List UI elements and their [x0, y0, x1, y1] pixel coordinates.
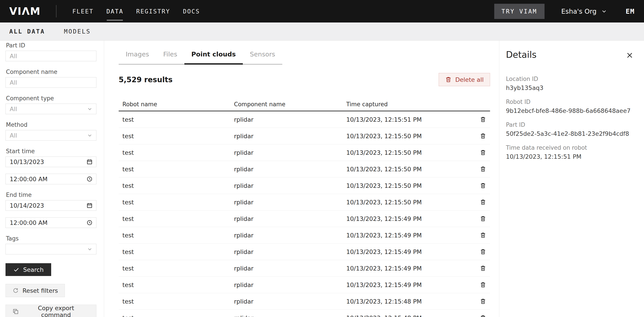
- tab-point-clouds[interactable]: Point clouds: [184, 50, 243, 65]
- table-row[interactable]: test rplidar 10/13/2023, 12:15:48 PM: [119, 293, 490, 310]
- cell-time-captured: 10/13/2023, 12:15:50 PM: [346, 182, 476, 189]
- details-field-value: 10/13/2023, 12:15:51 PM: [506, 153, 635, 160]
- trash-icon: [480, 166, 486, 172]
- details-field-label: Location ID: [506, 75, 635, 82]
- end-date-input[interactable]: 10/14/2023: [6, 200, 96, 211]
- method-select[interactable]: All: [6, 130, 96, 141]
- column-header-robot-name: Robot name: [122, 101, 234, 108]
- cell-robot-name: test: [122, 133, 234, 140]
- subnav-item-all-data[interactable]: ALL DATA: [9, 28, 45, 35]
- data-subnav: ALL DATAMODELS: [0, 22, 644, 40]
- table-row[interactable]: test rplidar 10/13/2023, 12:15:49 PM: [119, 227, 490, 244]
- table-row[interactable]: test rplidar 10/13/2023, 12:15:48 PM: [119, 310, 490, 317]
- delete-row-button[interactable]: [479, 115, 487, 124]
- table-row[interactable]: test rplidar 10/13/2023, 12:15:49 PM: [119, 260, 490, 277]
- subnav-item-models[interactable]: MODELS: [64, 28, 91, 35]
- delete-row-button[interactable]: [479, 231, 487, 239]
- cell-component-name: rplidar: [234, 166, 346, 173]
- table-row[interactable]: test rplidar 10/13/2023, 12:15:50 PM: [119, 177, 490, 194]
- details-field-label: Robot ID: [506, 98, 635, 105]
- trash-icon: [480, 149, 486, 156]
- cell-time-captured: 10/13/2023, 12:15:49 PM: [346, 232, 476, 239]
- cell-robot-name: test: [122, 249, 234, 255]
- details-field-value: 50f25de2-5a3c-41e2-8b81-23e2f9b4cdf8: [506, 130, 635, 138]
- table-row[interactable]: test rplidar 10/13/2023, 12:15:49 PM: [119, 244, 490, 260]
- cell-time-captured: 10/13/2023, 12:15:50 PM: [346, 149, 476, 156]
- close-details-button[interactable]: [624, 50, 635, 60]
- org-switcher[interactable]: Esha's Org: [561, 7, 607, 15]
- delete-row-button[interactable]: [479, 297, 487, 306]
- search-button-label: Search: [23, 266, 44, 273]
- start-date-input[interactable]: 10/13/2023: [6, 157, 96, 167]
- trash-icon: [480, 116, 486, 123]
- component-type-select[interactable]: All: [6, 104, 96, 114]
- delete-row-button[interactable]: [479, 215, 487, 223]
- tab-sensors[interactable]: Sensors: [243, 50, 282, 65]
- details-panel: Details Location IDh3yb135aq3Robot ID9b1…: [499, 40, 644, 317]
- part-id-input[interactable]: [6, 51, 96, 61]
- nav-link-fleet[interactable]: FLEET: [72, 5, 94, 18]
- tags-select[interactable]: [6, 244, 96, 254]
- delete-row-button[interactable]: [479, 281, 487, 289]
- nav-divider: [56, 5, 56, 17]
- table-row[interactable]: test rplidar 10/13/2023, 12:15:50 PM: [119, 144, 490, 161]
- results-content: ImagesFilesPoint cloudsSensors 5,529 res…: [104, 40, 499, 317]
- delete-row-button[interactable]: [479, 248, 487, 256]
- cell-component-name: rplidar: [234, 182, 346, 189]
- try-viam-button[interactable]: TRY VIAM: [494, 4, 544, 19]
- org-name: Esha's Org: [561, 7, 596, 15]
- component-name-input[interactable]: [6, 77, 96, 88]
- trash-icon: [480, 282, 486, 288]
- clock-icon: [86, 220, 93, 226]
- chevron-down-icon: [87, 246, 93, 252]
- delete-row-button[interactable]: [479, 314, 487, 317]
- nav-link-registry[interactable]: REGISTRY: [136, 5, 170, 18]
- reset-filters-button[interactable]: Reset filters: [6, 284, 65, 297]
- cell-time-captured: 10/13/2023, 12:15:50 PM: [346, 199, 476, 206]
- table-row[interactable]: test rplidar 10/13/2023, 12:15:50 PM: [119, 194, 490, 211]
- copy-export-command-button[interactable]: Copy export command: [6, 305, 96, 317]
- cell-time-captured: 10/13/2023, 12:15:50 PM: [346, 166, 476, 173]
- table-row[interactable]: test rplidar 10/13/2023, 12:15:49 PM: [119, 211, 490, 227]
- start-time-input[interactable]: 12:00:00 AM: [6, 174, 96, 184]
- delete-row-button[interactable]: [479, 198, 487, 206]
- component-name-label: Component name: [6, 68, 96, 75]
- component-type-label: Component type: [6, 95, 96, 102]
- user-avatar[interactable]: EM: [626, 7, 635, 15]
- search-button[interactable]: Search: [6, 263, 51, 276]
- top-nav: VIΛM FLEETDATAREGISTRYDOCS TRY VIAM Esha…: [0, 0, 644, 22]
- details-fields: Location IDh3yb135aq3Robot ID9b12ebcf-bf…: [506, 75, 635, 160]
- tab-images[interactable]: Images: [119, 50, 156, 65]
- table-row[interactable]: test rplidar 10/13/2023, 12:15:50 PM: [119, 128, 490, 144]
- cell-time-captured: 10/13/2023, 12:15:51 PM: [346, 116, 476, 123]
- trash-icon: [480, 249, 486, 255]
- delete-row-button[interactable]: [479, 132, 487, 140]
- delete-row-button[interactable]: [479, 165, 487, 173]
- table-row[interactable]: test rplidar 10/13/2023, 12:15:50 PM: [119, 161, 490, 177]
- end-time-value: 12:00:00 AM: [10, 219, 86, 226]
- main-area: Part ID Component name Component type Al…: [0, 40, 644, 317]
- viam-logo[interactable]: VIΛM: [9, 5, 40, 17]
- cell-time-captured: 10/13/2023, 12:15:50 PM: [346, 133, 476, 140]
- cell-component-name: rplidar: [234, 282, 346, 288]
- delete-all-button[interactable]: Delete all: [439, 73, 490, 86]
- chevron-down-icon: [87, 106, 93, 112]
- clock-icon: [86, 176, 93, 182]
- cell-robot-name: test: [122, 149, 234, 156]
- table-row[interactable]: test rplidar 10/13/2023, 12:15:49 PM: [119, 277, 490, 293]
- table-row[interactable]: test rplidar 10/13/2023, 12:15:51 PM: [119, 111, 490, 128]
- cell-robot-name: test: [122, 265, 234, 272]
- tab-files[interactable]: Files: [156, 50, 184, 65]
- results-table: Robot nameComponent nameTime captured te…: [119, 98, 490, 317]
- nav-link-docs[interactable]: DOCS: [183, 5, 200, 18]
- delete-row-button[interactable]: [479, 264, 487, 273]
- start-time-label: Start time: [6, 148, 96, 155]
- end-time-input[interactable]: 12:00:00 AM: [6, 217, 96, 228]
- delete-row-button[interactable]: [479, 148, 487, 157]
- chevron-down-icon: [87, 132, 93, 138]
- nav-link-data[interactable]: DATA: [106, 5, 123, 18]
- cell-robot-name: test: [122, 315, 234, 317]
- cell-component-name: rplidar: [234, 215, 346, 222]
- delete-row-button[interactable]: [479, 181, 487, 190]
- details-field-value: h3yb135aq3: [506, 84, 635, 92]
